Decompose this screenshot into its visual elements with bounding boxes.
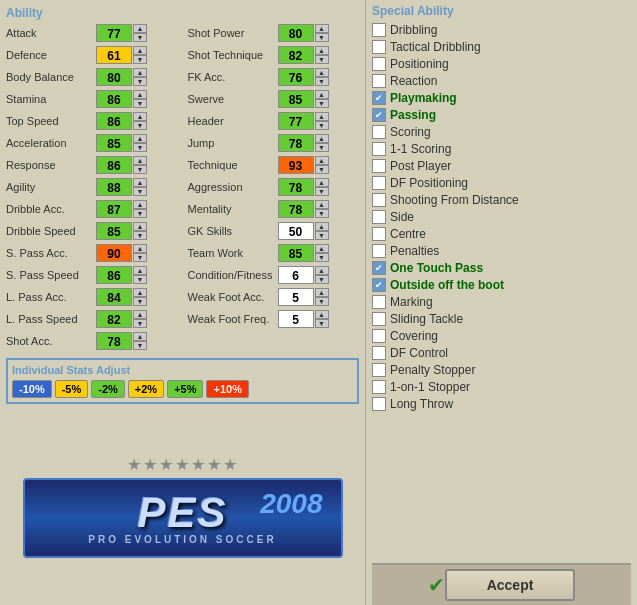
special-ability-item[interactable]: Sliding Tackle [372,311,631,327]
spinner-down[interactable]: ▼ [133,99,147,108]
spinner-down[interactable]: ▼ [315,187,329,196]
spinner-up[interactable]: ▲ [133,178,147,187]
special-ability-checkbox[interactable] [372,125,386,139]
special-ability-checkbox[interactable]: ✔ [372,278,386,292]
stat-spinner[interactable]: ▲▼ [133,266,147,284]
stat-spinner[interactable]: ▲▼ [315,134,329,152]
spinner-up[interactable]: ▲ [315,266,329,275]
spinner-down[interactable]: ▼ [133,121,147,130]
spinner-down[interactable]: ▼ [315,275,329,284]
spinner-up[interactable]: ▲ [315,24,329,33]
stat-spinner[interactable]: ▲▼ [315,178,329,196]
stat-spinner[interactable]: ▲▼ [315,112,329,130]
stat-spinner[interactable]: ▲▼ [315,310,329,328]
adjust-button[interactable]: -10% [12,380,52,398]
special-ability-item[interactable]: ✔Passing [372,107,631,123]
special-ability-checkbox[interactable] [372,363,386,377]
spinner-up[interactable]: ▲ [315,222,329,231]
spinner-down[interactable]: ▼ [315,143,329,152]
spinner-up[interactable]: ▲ [133,310,147,319]
spinner-up[interactable]: ▲ [315,156,329,165]
special-ability-checkbox[interactable] [372,295,386,309]
special-ability-item[interactable]: Positioning [372,56,631,72]
spinner-down[interactable]: ▼ [315,99,329,108]
spinner-up[interactable]: ▲ [133,46,147,55]
spinner-down[interactable]: ▼ [315,297,329,306]
spinner-up[interactable]: ▲ [133,266,147,275]
stat-spinner[interactable]: ▲▼ [133,310,147,328]
spinner-up[interactable]: ▲ [315,310,329,319]
special-ability-checkbox[interactable]: ✔ [372,108,386,122]
stat-spinner[interactable]: ▲▼ [133,90,147,108]
spinner-up[interactable]: ▲ [133,332,147,341]
stat-spinner[interactable]: ▲▼ [133,112,147,130]
stat-spinner[interactable]: ▲▼ [315,222,329,240]
spinner-up[interactable]: ▲ [315,244,329,253]
special-ability-item[interactable]: ✔One Touch Pass [372,260,631,276]
special-ability-item[interactable]: Reaction [372,73,631,89]
special-ability-item[interactable]: Covering [372,328,631,344]
special-ability-checkbox[interactable] [372,176,386,190]
stat-spinner[interactable]: ▲▼ [315,266,329,284]
stat-spinner[interactable]: ▲▼ [133,46,147,64]
special-ability-checkbox[interactable]: ✔ [372,91,386,105]
spinner-down[interactable]: ▼ [315,209,329,218]
stat-spinner[interactable]: ▲▼ [315,46,329,64]
stat-spinner[interactable]: ▲▼ [133,332,147,350]
special-ability-checkbox[interactable] [372,380,386,394]
special-ability-checkbox[interactable]: ✔ [372,261,386,275]
spinner-up[interactable]: ▲ [315,46,329,55]
special-ability-item[interactable]: Post Player [372,158,631,174]
adjust-button[interactable]: +2% [128,380,164,398]
spinner-down[interactable]: ▼ [315,33,329,42]
spinner-down[interactable]: ▼ [315,77,329,86]
special-ability-checkbox[interactable] [372,227,386,241]
special-ability-item[interactable]: Long Throw [372,396,631,412]
stat-spinner[interactable]: ▲▼ [133,24,147,42]
spinner-up[interactable]: ▲ [133,134,147,143]
spinner-down[interactable]: ▼ [315,55,329,64]
spinner-down[interactable]: ▼ [133,55,147,64]
stat-spinner[interactable]: ▲▼ [315,90,329,108]
special-ability-item[interactable]: Scoring [372,124,631,140]
stat-spinner[interactable]: ▲▼ [133,134,147,152]
special-ability-item[interactable]: Penalties [372,243,631,259]
spinner-up[interactable]: ▲ [315,288,329,297]
spinner-down[interactable]: ▼ [315,253,329,262]
spinner-up[interactable]: ▲ [133,200,147,209]
adjust-button[interactable]: +5% [167,380,203,398]
spinner-up[interactable]: ▲ [315,134,329,143]
special-ability-item[interactable]: ✔Playmaking [372,90,631,106]
special-ability-checkbox[interactable] [372,312,386,326]
spinner-down[interactable]: ▼ [133,33,147,42]
stat-spinner[interactable]: ▲▼ [315,288,329,306]
special-ability-checkbox[interactable] [372,57,386,71]
special-ability-item[interactable]: Side [372,209,631,225]
spinner-up[interactable]: ▲ [133,244,147,253]
special-ability-item[interactable]: Penalty Stopper [372,362,631,378]
adjust-button[interactable]: -2% [91,380,125,398]
special-ability-checkbox[interactable] [372,210,386,224]
spinner-down[interactable]: ▼ [315,319,329,328]
special-ability-item[interactable]: DF Control [372,345,631,361]
spinner-down[interactable]: ▼ [133,77,147,86]
special-ability-item[interactable]: Centre [372,226,631,242]
spinner-down[interactable]: ▼ [133,297,147,306]
special-ability-item[interactable]: Shooting From Distance [372,192,631,208]
spinner-down[interactable]: ▼ [133,231,147,240]
spinner-down[interactable]: ▼ [315,231,329,240]
special-ability-checkbox[interactable] [372,159,386,173]
stat-spinner[interactable]: ▲▼ [315,68,329,86]
spinner-up[interactable]: ▲ [133,68,147,77]
stat-spinner[interactable]: ▲▼ [315,244,329,262]
stat-spinner[interactable]: ▲▼ [133,222,147,240]
stat-spinner[interactable]: ▲▼ [133,288,147,306]
special-ability-checkbox[interactable] [372,329,386,343]
spinner-up[interactable]: ▲ [315,68,329,77]
special-ability-checkbox[interactable] [372,346,386,360]
stat-spinner[interactable]: ▲▼ [133,156,147,174]
spinner-up[interactable]: ▲ [315,200,329,209]
spinner-down[interactable]: ▼ [315,165,329,174]
spinner-up[interactable]: ▲ [133,24,147,33]
special-ability-checkbox[interactable] [372,193,386,207]
